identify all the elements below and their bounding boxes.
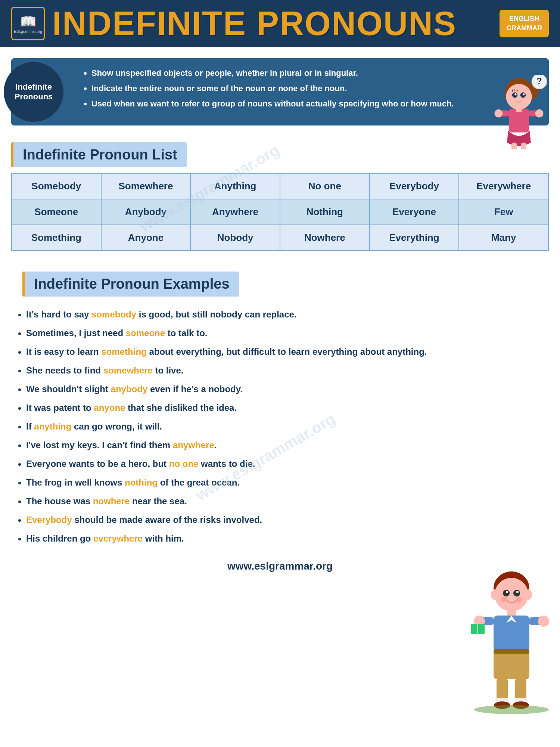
- table-cell: Someone: [12, 199, 101, 225]
- table-cell: Anybody: [101, 199, 191, 225]
- svg-text:?: ?: [536, 76, 542, 86]
- highlight-word: Everybody: [26, 515, 72, 525]
- girl-character: ?: [489, 75, 549, 149]
- table-cell: Anywhere: [190, 199, 280, 225]
- svg-point-38: [538, 616, 549, 627]
- svg-point-27: [513, 590, 520, 596]
- svg-point-26: [503, 590, 510, 596]
- definition-circle-text: IndefinitePronouns: [11, 78, 57, 105]
- highlight-word: nothing: [125, 477, 158, 487]
- svg-point-49: [474, 705, 549, 714]
- highlight-word: nowhere: [93, 496, 130, 506]
- highlight-word: anybody: [111, 384, 148, 394]
- list-item: The frog in well knows nothing of the gr…: [26, 476, 549, 489]
- table-cell: Anything: [190, 173, 280, 199]
- list-item: His children go everywhere with him.: [26, 532, 549, 545]
- logo-box: 📖 ESLgrammar.org: [11, 7, 45, 40]
- pronoun-table: SomebodySomewhereAnythingNo oneEverybody…: [11, 173, 549, 251]
- highlight-word: somewhere: [103, 365, 153, 375]
- list-item: It was patent to anyone that she dislike…: [26, 401, 549, 415]
- english-grammar-badge: ENGLISH GRAMMAR: [500, 10, 549, 37]
- definition-bullet-1: Show unspecified objects or people, whet…: [91, 68, 454, 79]
- definition-bullet-2: Indicate the entire noun or some of the …: [91, 83, 454, 94]
- svg-point-2: [506, 84, 532, 110]
- highlight-word: anything: [34, 421, 71, 431]
- svg-point-24: [491, 589, 498, 600]
- boy-character: [470, 568, 553, 717]
- svg-point-29: [516, 591, 519, 593]
- highlight-word: someone: [126, 328, 165, 338]
- svg-point-31: [516, 596, 522, 602]
- svg-rect-44: [515, 678, 526, 700]
- svg-point-16: [495, 109, 503, 118]
- list-item: Sometimes, I just need someone to talk t…: [26, 326, 549, 340]
- svg-rect-18: [511, 143, 517, 149]
- table-cell: Everybody: [370, 173, 459, 199]
- table-cell: Everywhere: [459, 173, 548, 199]
- svg-rect-43: [497, 678, 508, 700]
- table-cell: Somewhere: [101, 173, 191, 199]
- svg-point-30: [501, 596, 507, 602]
- table-cell: Nothing: [280, 199, 370, 225]
- examples-section: Indefinite Pronoun Examples It's hard to…: [11, 262, 549, 545]
- list-item: We shouldn't slight anybody even if he's…: [26, 382, 549, 396]
- list-item: I've lost my keys. I can't find them any…: [26, 438, 549, 452]
- highlight-word: something: [101, 347, 146, 357]
- list-item: If anything can go wrong, it will.: [26, 420, 549, 433]
- example-list: It's hard to say somebody is good, but s…: [11, 308, 549, 545]
- svg-rect-13: [516, 107, 522, 112]
- definition-circle: IndefinitePronouns: [4, 62, 63, 122]
- svg-point-23: [495, 578, 528, 611]
- highlight-word: somebody: [91, 309, 136, 319]
- table-cell: Everything: [370, 225, 459, 251]
- pronoun-list-section: Indefinite Pronoun List SomebodySomewher…: [0, 133, 560, 251]
- svg-point-17: [535, 109, 544, 118]
- table-cell: Something: [12, 225, 101, 251]
- page-title: INDEFINITE PRONOUNS: [52, 7, 492, 40]
- definition-bullet-3: Used when we want to refer to group of n…: [91, 98, 454, 110]
- svg-rect-12: [509, 109, 529, 133]
- table-cell: Anyone: [101, 225, 191, 251]
- logo-icon: 📖: [20, 14, 37, 30]
- pronoun-list-heading-box: Indefinite Pronoun List: [11, 142, 187, 167]
- table-cell: Many: [459, 225, 548, 251]
- logo-site: ESLgrammar.org: [14, 30, 42, 34]
- examples-heading-box: Indefinite Pronoun Examples: [22, 272, 239, 297]
- list-item: The house was nowhere near the sea.: [26, 495, 549, 508]
- highlight-word: everywhere: [93, 533, 143, 543]
- definition-section: IndefinitePronouns Show unspecified obje…: [11, 58, 549, 125]
- highlight-word: no one: [169, 459, 199, 469]
- svg-rect-32: [507, 610, 516, 616]
- svg-point-6: [523, 93, 525, 95]
- table-cell: Nobody: [190, 225, 280, 251]
- list-item: Everyone wants to be a hero, but no one …: [26, 457, 549, 471]
- table-cell: Everyone: [370, 199, 459, 225]
- svg-point-25: [525, 589, 532, 600]
- list-item: She needs to find somewhere to live.: [26, 364, 549, 377]
- svg-rect-42: [494, 649, 529, 654]
- definition-bullets: Show unspecified objects or people, whet…: [82, 68, 454, 109]
- header: 📖 ESLgrammar.org INDEFINITE PRONOUNS ENG…: [0, 0, 560, 47]
- svg-point-5: [514, 93, 516, 95]
- table-cell: No one: [280, 173, 370, 199]
- table-cell: Somebody: [12, 173, 101, 199]
- svg-rect-33: [494, 616, 529, 651]
- table-cell: Few: [459, 199, 548, 225]
- list-item: Everybody should be made aware of the ri…: [26, 513, 549, 527]
- highlight-word: anyone: [94, 403, 125, 413]
- footer-url: www.eslgrammar.org: [227, 560, 333, 572]
- svg-rect-19: [521, 143, 526, 149]
- list-item: It is easy to learn something about ever…: [26, 345, 549, 359]
- definition-content: Show unspecified objects or people, whet…: [71, 58, 465, 125]
- examples-heading: Indefinite Pronoun Examples: [34, 276, 230, 292]
- table-cell: Nowhere: [280, 225, 370, 251]
- pronoun-list-heading: Indefinite Pronoun List: [23, 147, 177, 162]
- highlight-word: anywhere: [173, 440, 214, 450]
- svg-point-28: [506, 591, 508, 593]
- list-item: It's hard to say somebody is good, but s…: [26, 308, 549, 321]
